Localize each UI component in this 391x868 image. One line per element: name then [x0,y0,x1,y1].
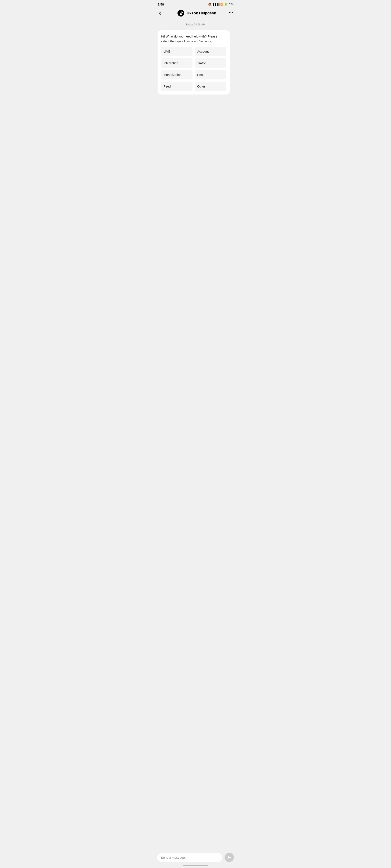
svg-point-1 [229,12,230,13]
status-bar: 8:58 🔕 ▐▐▐▐ 📶 🔋 70% [154,0,237,8]
option-interaction[interactable]: Interaction [161,58,192,68]
chat-timestamp: Today 08:58 AM [157,23,234,26]
message-text: Hi! What do you need help with? Please s… [161,34,226,44]
status-time: 8:58 [157,3,164,6]
battery-icon: 🔋 [224,3,228,6]
message-bubble: Hi! What do you need help with? Please s… [157,30,230,94]
tiktok-logo [178,10,184,17]
option-live[interactable]: LIVE [161,46,192,56]
option-feed[interactable]: Feed [161,82,192,91]
svg-point-3 [232,12,233,13]
battery-level: 70% [229,3,234,6]
send-icon [227,855,231,860]
nav-title: TikTok Helpdesk [186,11,216,16]
home-indicator [183,865,208,866]
more-button[interactable] [229,10,234,16]
message-input[interactable] [157,853,222,862]
mute-icon: 🔕 [208,3,211,6]
back-button[interactable] [157,10,165,16]
status-icons: 🔕 ▐▐▐▐ 📶 🔋 70% [208,3,234,6]
wifi-icon: 📶 [220,3,223,6]
option-grid: LIVE Account Interaction Traffic Monetiz… [161,46,226,91]
option-account[interactable]: Account [194,46,226,56]
chat-area: Today 08:58 AM Hi! What do you need help… [154,20,237,868]
option-traffic[interactable]: Traffic [194,58,226,68]
option-post[interactable]: Post [194,70,226,80]
nav-header: TikTok Helpdesk [154,8,237,20]
option-other[interactable]: Other [194,82,226,91]
signal-icon: ▐▐▐▐ [212,3,219,6]
send-button[interactable] [224,853,234,862]
nav-title-group: TikTok Helpdesk [178,10,216,17]
svg-point-2 [231,12,231,13]
option-monetization[interactable]: Monetization [161,70,192,80]
